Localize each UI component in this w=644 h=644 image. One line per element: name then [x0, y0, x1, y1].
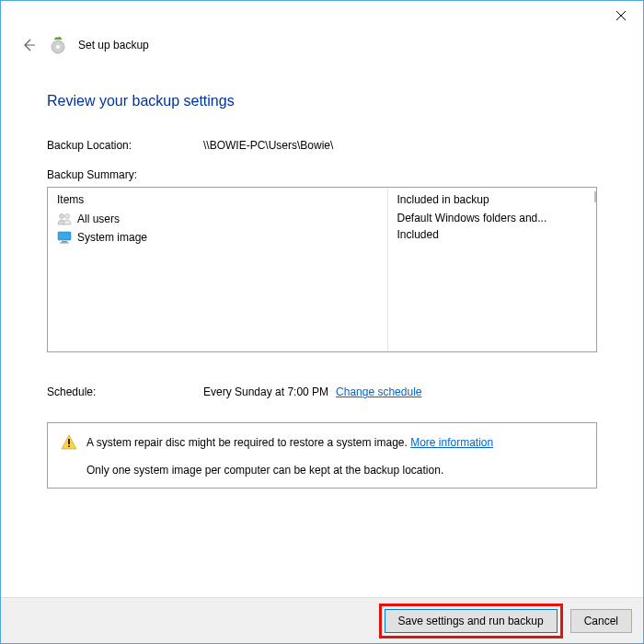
svg-rect-8 — [68, 445, 70, 447]
titlebar — [1, 1, 643, 30]
users-icon — [57, 212, 72, 226]
svg-point-2 — [60, 214, 64, 219]
page-heading: Review your backup settings — [47, 93, 597, 109]
svg-rect-5 — [62, 241, 67, 243]
monitor-icon — [57, 230, 72, 245]
backup-summary-label: Backup Summary: — [47, 168, 203, 181]
list-item-value: Included — [397, 226, 587, 243]
highlight-annotation: Save settings and run backup — [379, 604, 563, 638]
window-title: Set up backup — [78, 39, 149, 52]
info-text-2: Only one system image per computer can b… — [61, 464, 583, 477]
svg-point-1 — [56, 45, 60, 49]
back-button[interactable] — [19, 36, 38, 54]
backup-location-label: Backup Location: — [47, 139, 203, 152]
save-and-run-button[interactable]: Save settings and run backup — [385, 609, 558, 633]
back-arrow-icon — [21, 38, 36, 52]
list-item-label: System image — [77, 231, 147, 244]
more-information-link[interactable]: More information — [410, 436, 493, 449]
info-box: A system repair disc might be required t… — [47, 422, 597, 489]
backup-location-row: Backup Location: \\BOWIE-PC\Users\Bowie\ — [47, 139, 597, 152]
svg-point-3 — [65, 214, 70, 219]
content-area: Review your backup settings Backup Locat… — [1, 63, 643, 498]
cancel-button[interactable]: Cancel — [570, 609, 632, 633]
info-text-1: A system repair disc might be required t… — [86, 436, 493, 449]
svg-rect-7 — [68, 439, 70, 444]
column-header-items: Items — [57, 193, 378, 210]
dialog-footer: Save settings and run backup Cancel — [1, 597, 643, 643]
wizard-header: Set up backup — [1, 30, 643, 63]
close-icon — [616, 11, 626, 20]
list-item-value: Default Windows folders and... — [397, 210, 587, 226]
svg-rect-4 — [58, 232, 71, 240]
schedule-label: Schedule: — [47, 385, 203, 398]
backup-summary-list[interactable]: Items All users System image Included in… — [47, 187, 597, 352]
list-item[interactable]: All users — [57, 210, 378, 228]
close-button[interactable] — [600, 2, 641, 29]
backup-summary-label-row: Backup Summary: — [47, 168, 597, 181]
backup-location-value: \\BOWIE-PC\Users\Bowie\ — [203, 139, 597, 152]
warning-icon — [61, 434, 77, 451]
list-item[interactable]: System image — [57, 228, 378, 247]
info-line-1: A system repair disc might be required t… — [61, 434, 583, 451]
backup-icon — [49, 36, 67, 54]
column-header-included: Included in backup — [397, 193, 587, 210]
schedule-value: Every Sunday at 7:00 PMChange schedule — [203, 385, 597, 398]
scrollbar[interactable] — [594, 191, 596, 202]
list-item-label: All users — [77, 213, 120, 225]
summary-included-column: Included in backup Default Windows folde… — [388, 188, 596, 351]
summary-items-column: Items All users System image — [48, 188, 388, 351]
change-schedule-link[interactable]: Change schedule — [336, 385, 421, 398]
svg-rect-6 — [60, 243, 69, 244]
schedule-row: Schedule: Every Sunday at 7:00 PMChange … — [47, 385, 597, 398]
